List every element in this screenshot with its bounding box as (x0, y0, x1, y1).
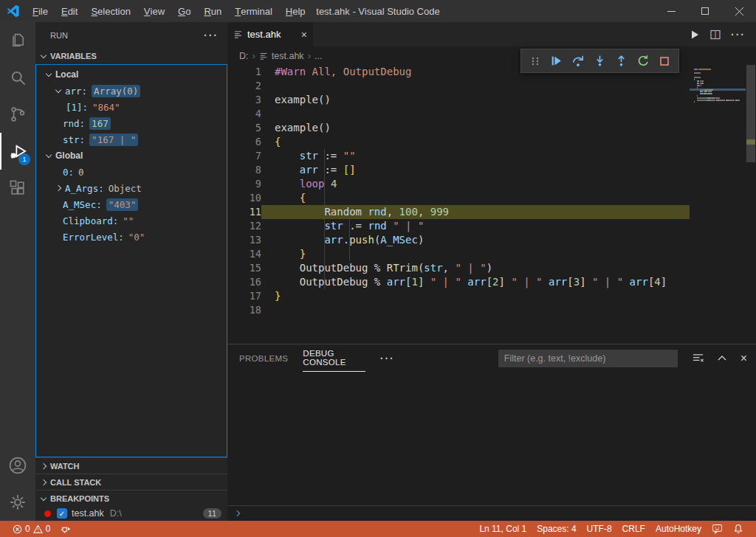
debug-console-input[interactable] (227, 505, 756, 521)
line-number[interactable]: 7 (227, 149, 261, 163)
status-indentation[interactable]: Spaces: 4 (532, 521, 581, 537)
status-cursor-position[interactable]: Ln 11, Col 1 (474, 521, 532, 537)
variable-row[interactable]: rnd:167 (36, 115, 227, 131)
code-line-16[interactable]: 16 OutputDebug % arr[1] " | " arr[2] " |… (227, 275, 756, 289)
line-number[interactable]: 9 (227, 177, 261, 191)
code-line-5[interactable]: 5example() (227, 121, 756, 135)
problems-status[interactable]: 0 0 (7, 521, 55, 537)
menu-file[interactable]: File (26, 0, 55, 22)
maximize-panel-icon[interactable] (717, 353, 727, 364)
breadcrumb-file[interactable]: test.ahk (272, 51, 304, 61)
code-line-4[interactable]: 4 (227, 107, 756, 121)
line-number[interactable]: 17 (227, 289, 261, 303)
menu-run[interactable]: Run (197, 0, 228, 22)
editor-scrollbar[interactable] (746, 65, 756, 344)
step-into-button[interactable] (591, 52, 608, 70)
source-control-icon[interactable] (0, 96, 35, 133)
section-header-breakpoints[interactable]: BREAKPOINTS (35, 490, 227, 506)
tab-close-icon[interactable]: × (301, 29, 307, 41)
step-over-button[interactable] (569, 52, 587, 70)
sidebar-more-actions-icon[interactable]: ··· (204, 30, 219, 41)
minimize-button[interactable] (654, 0, 688, 22)
maximize-button[interactable] (688, 0, 722, 22)
explorer-icon[interactable] (0, 22, 35, 59)
feedback-icon[interactable] (707, 521, 728, 537)
breadcrumb-drive[interactable]: D: (239, 51, 249, 61)
line-number[interactable]: 4 (227, 107, 261, 121)
debugger-status[interactable] (55, 521, 77, 537)
code-line-9[interactable]: 9 loop 4 (227, 177, 756, 191)
code-line-11[interactable]: 11 Random rnd, 100, 999 (227, 205, 756, 219)
line-number[interactable]: 16 (227, 275, 261, 289)
line-number[interactable]: 1 (227, 65, 261, 79)
close-window-button[interactable] (722, 0, 756, 22)
line-number[interactable]: 3 (227, 93, 261, 107)
minimap[interactable] (690, 65, 746, 344)
toolbar-gripper-icon[interactable] (526, 52, 544, 70)
debug-console-filter-input[interactable] (498, 350, 678, 367)
scope-local[interactable]: Local (36, 66, 227, 83)
section-header-watch[interactable]: WATCH (35, 457, 227, 474)
scrollbar-slider[interactable] (746, 65, 755, 162)
variable-row[interactable]: arr:Array(0) (36, 83, 227, 99)
line-number[interactable]: 15 (227, 261, 261, 275)
run-file-icon[interactable] (690, 30, 700, 40)
menu-view[interactable]: View (137, 0, 171, 22)
menu-terminal[interactable]: Terminal (228, 0, 279, 22)
debug-console-output[interactable] (227, 372, 756, 505)
code-line-6[interactable]: 6{ (227, 135, 756, 149)
stop-button[interactable] (656, 52, 673, 70)
panel-more-actions-icon[interactable]: ··· (380, 353, 395, 364)
panel-tab-debug-console[interactable]: DEBUG CONSOLE (303, 344, 365, 372)
panel-tab-problems[interactable]: PROBLEMS (239, 344, 288, 372)
code-line-18[interactable]: 18 (227, 303, 756, 317)
extensions-icon[interactable] (0, 170, 35, 207)
section-header-call-stack[interactable]: CALL STACK (35, 474, 227, 490)
line-number[interactable]: 6 (227, 135, 261, 149)
variable-row[interactable]: str:"167 | " (36, 131, 227, 148)
restart-button[interactable] (634, 52, 652, 70)
scope-global[interactable]: Global (36, 148, 227, 164)
code-line-14[interactable]: 14 } (227, 247, 756, 261)
variable-row[interactable]: [1]:"864" (36, 99, 227, 115)
code-line-10[interactable]: 10 { (227, 191, 756, 205)
status-eol[interactable]: CRLF (617, 521, 650, 537)
variables-section-header[interactable]: VARIABLES (35, 48, 227, 64)
breadcrumb-symbol[interactable]: ... (315, 51, 322, 61)
variable-row[interactable]: Clipboard:"" (36, 212, 227, 229)
notifications-bell-icon[interactable] (728, 521, 749, 537)
variable-row[interactable]: 0:0 (36, 164, 227, 180)
clear-console-icon[interactable] (693, 353, 704, 364)
code-line-3[interactable]: 3example() (227, 93, 756, 107)
line-number[interactable]: 10 (227, 191, 261, 205)
menu-go[interactable]: Go (171, 0, 197, 22)
run-and-debug-icon[interactable]: 1 (0, 133, 35, 170)
split-editor-icon[interactable] (710, 30, 721, 40)
breakpoint-checkbox[interactable]: ✓ (57, 508, 67, 519)
account-icon[interactable] (0, 447, 35, 484)
line-number[interactable]: 13 (227, 233, 261, 247)
menu-edit[interactable]: Edit (55, 0, 84, 22)
code-line-12[interactable]: 12 str .= rnd " | " (227, 219, 756, 233)
tab-test-ahk[interactable]: test.ahk × (227, 22, 313, 46)
line-number[interactable]: 5 (227, 121, 261, 135)
continue-button[interactable] (548, 52, 566, 70)
code-line-8[interactable]: 8 arr := [] (227, 163, 756, 177)
code-area[interactable]: 1#Warn All, OutputDebug23example()45exam… (227, 65, 756, 344)
code-line-2[interactable]: 2 (227, 79, 756, 93)
settings-gear-icon[interactable] (0, 484, 35, 521)
code-line-13[interactable]: 13 arr.push(A_MSec) (227, 233, 756, 247)
line-number[interactable]: 18 (227, 303, 261, 317)
line-number[interactable]: 11 (227, 205, 261, 219)
code-line-17[interactable]: 17} (227, 289, 756, 303)
variable-row[interactable]: A_Args:Object (36, 180, 227, 196)
menu-selection[interactable]: Selection (84, 0, 137, 22)
breakpoint-row[interactable]: ✓ test.ahk D:\ 11 (35, 506, 227, 521)
editor-more-actions-icon[interactable]: ··· (731, 29, 746, 41)
search-icon[interactable] (0, 59, 35, 96)
status-encoding[interactable]: UTF-8 (582, 521, 617, 537)
close-panel-icon[interactable]: × (740, 352, 747, 365)
line-number[interactable]: 12 (227, 219, 261, 233)
code-line-15[interactable]: 15 OutputDebug % RTrim(str, " | ") (227, 261, 756, 275)
variable-row[interactable]: ErrorLevel:"0" (36, 229, 227, 245)
